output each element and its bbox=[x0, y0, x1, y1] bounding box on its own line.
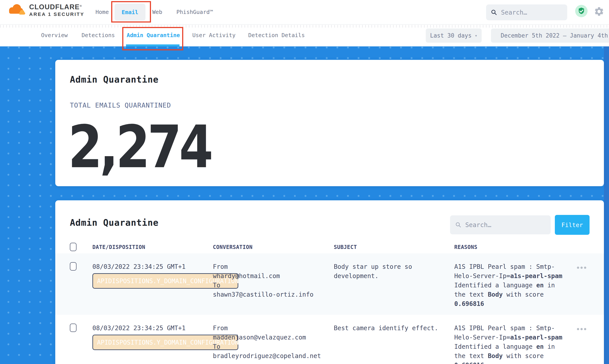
column-header-date: DATE/DISPOSITION bbox=[92, 244, 145, 250]
settings-gear-icon[interactable] bbox=[594, 6, 604, 17]
area1-security-app: CLOUDFLARE® AREA 1 SECURITY Home Email W… bbox=[0, 0, 609, 364]
date-range-label: December 5th 2022 — January 4th 2023 bbox=[501, 32, 609, 39]
metric-label: TOTAL EMAILS QUARANTINED bbox=[70, 101, 171, 109]
period-selector-label: Last 30 days bbox=[430, 32, 472, 39]
search-icon bbox=[455, 221, 461, 228]
row-reasons: A1S IPBL Pearl spam : Smtp-Helo-Server-I… bbox=[454, 262, 565, 309]
quarantine-card-title: Admin Quarantine bbox=[70, 218, 159, 228]
metric-value: 2,274 bbox=[68, 118, 211, 176]
table-row: 08/03/2022 23:34:25 GMT+1 APIDISPOSITION… bbox=[55, 253, 604, 315]
column-header-conversation: CONVERSATION bbox=[213, 244, 252, 250]
active-tab-underline bbox=[126, 44, 179, 46]
topnav-item-phishguard[interactable]: PhishGuard™ bbox=[176, 9, 213, 15]
top-bar: CLOUDFLARE® AREA 1 SECURITY Home Email W… bbox=[0, 0, 609, 24]
filter-button[interactable]: Filter bbox=[555, 215, 590, 235]
brand-wordmark: CLOUDFLARE® bbox=[29, 2, 84, 11]
row-date: 08/03/2022 23:34:25 GMT+1 bbox=[92, 324, 186, 333]
to-email: shawn37@castillo-ortiz.info bbox=[213, 290, 328, 299]
row-subject: Body star up store so development. bbox=[334, 262, 442, 281]
global-search[interactable] bbox=[486, 4, 567, 20]
brand-subtitle: AREA 1 SECURITY bbox=[29, 12, 84, 17]
period-selector[interactable]: Last 30 days ▾ bbox=[426, 28, 482, 43]
row-conversation: From maddenjason@velazquez.com To bradle… bbox=[213, 324, 328, 361]
quarantine-table-card: Admin Quarantine Filter DATE/DISPOSITION… bbox=[55, 200, 604, 364]
email-section-nav: Overview Detections Admin Quarantine Use… bbox=[0, 24, 609, 46]
row-reasons: A1S IPBL Pearl spam : Smtp-Helo-Server-I… bbox=[454, 324, 565, 364]
row-checkbox[interactable] bbox=[70, 262, 77, 271]
row-actions-menu[interactable] bbox=[577, 328, 586, 330]
select-all-checkbox[interactable] bbox=[70, 243, 77, 251]
to-email: bradleyrodriguez@copeland.net bbox=[213, 351, 328, 361]
search-icon bbox=[491, 9, 497, 16]
row-date: 08/03/2022 23:34:25 GMT+1 bbox=[92, 262, 186, 272]
subnav-item-detection-details[interactable]: Detection Details bbox=[248, 32, 305, 39]
table-search[interactable] bbox=[450, 215, 551, 234]
row-checkbox[interactable] bbox=[70, 324, 77, 332]
column-header-reasons: REASONS bbox=[454, 244, 477, 250]
row-subject: Best camera identify effect. bbox=[334, 324, 442, 333]
subnav-item-user-activity[interactable]: User Activity bbox=[192, 32, 236, 39]
table-row: 08/03/2022 23:34:25 GMT+1 APIDISPOSITION… bbox=[55, 315, 604, 364]
right-edge-strip bbox=[604, 46, 609, 364]
shield-check-icon bbox=[577, 7, 585, 15]
row-conversation: From whardy@hotmail.com To shawn37@casti… bbox=[213, 262, 328, 299]
from-label: From bbox=[213, 262, 328, 272]
chevron-down-icon: ▾ bbox=[474, 33, 477, 38]
topnav-item-web[interactable]: Web bbox=[152, 9, 162, 15]
to-label: To bbox=[213, 342, 328, 351]
from-email: maddenjason@velazquez.com bbox=[213, 333, 328, 342]
subnav-item-admin-quarantine[interactable]: Admin Quarantine bbox=[127, 32, 180, 39]
subnav-texture bbox=[0, 25, 609, 28]
subnav-item-overview[interactable]: Overview bbox=[41, 32, 68, 39]
topnav-item-home[interactable]: Home bbox=[95, 9, 109, 15]
from-label: From bbox=[213, 324, 328, 333]
from-email: whardy@hotmail.com bbox=[213, 272, 328, 281]
subnav-item-detections[interactable]: Detections bbox=[81, 32, 115, 39]
date-range-display[interactable]: December 5th 2022 — January 4th 2023 bbox=[491, 28, 609, 43]
row-actions-menu[interactable] bbox=[577, 267, 586, 269]
summary-card-title: Admin Quarantine bbox=[70, 74, 159, 85]
global-search-input[interactable] bbox=[501, 9, 563, 16]
table-search-input[interactable] bbox=[465, 221, 545, 229]
cloudflare-logo: CLOUDFLARE® AREA 1 SECURITY bbox=[6, 2, 84, 17]
protection-status-badge[interactable] bbox=[575, 5, 588, 17]
to-label: To bbox=[213, 281, 328, 290]
cloudflare-cloud-icon bbox=[6, 3, 26, 17]
trademark-symbol: ® bbox=[80, 4, 82, 8]
summary-card: Admin Quarantine TOTAL EMAILS QUARANTINE… bbox=[55, 60, 604, 186]
column-header-subject: SUBJECT bbox=[334, 244, 357, 250]
topnav-item-email[interactable]: Email bbox=[114, 3, 146, 21]
